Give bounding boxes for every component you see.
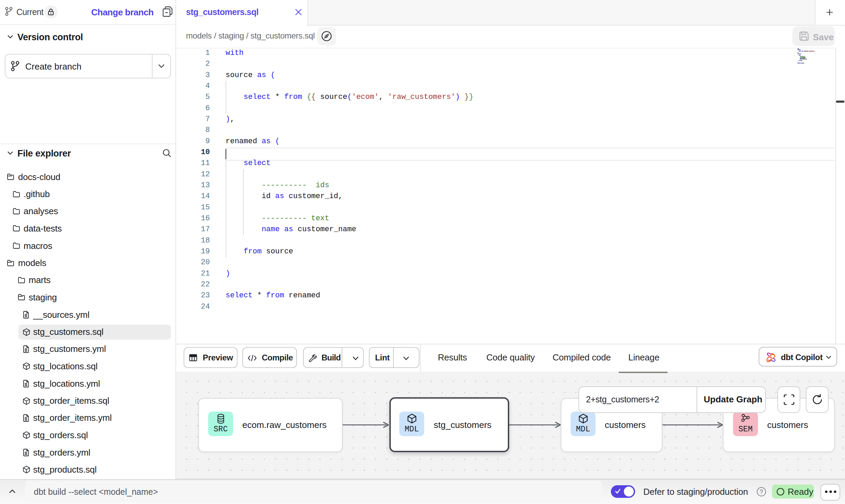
svg-text:?: ? xyxy=(760,489,763,495)
